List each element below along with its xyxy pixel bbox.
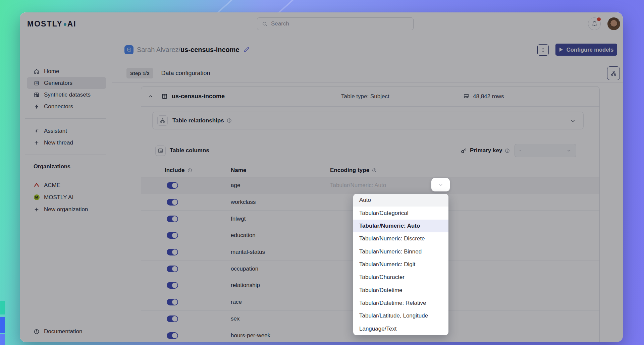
dropdown-option[interactable]: Tabular/Datetime: Relative [353,297,448,309]
edge-decoration [0,334,5,345]
chevron-down-icon [438,182,444,188]
edge-decoration [0,317,5,333]
dropdown-option[interactable]: Language/Text [353,323,448,335]
modal-backdrop[interactable] [20,12,623,342]
dropdown-option[interactable]: Auto [353,194,448,207]
dropdown-option[interactable]: Tabular/Character [353,271,448,284]
dropdown-option[interactable]: Tabular/Numeric: Binned [353,245,448,258]
dropdown-option[interactable]: Tabular/Numeric: Digit [353,258,448,271]
dropdown-option[interactable]: Tabular/Datetime [353,284,448,297]
edge-decoration [0,301,5,314]
dropdown-option[interactable]: Tabular/Numeric: Discrete [353,232,448,245]
encoding-type-dropdown: Auto Tabular/Categorical Tabular/Numeric… [353,194,448,335]
encoding-select-trigger[interactable] [431,178,450,191]
dropdown-option[interactable]: Tabular/Latitude, Longitude [353,309,448,322]
dropdown-option[interactable]: Tabular/Numeric: Auto [353,220,448,232]
dropdown-option[interactable]: Tabular/Categorical [353,207,448,219]
app-window: MOSTLYAI Home AI Generators Synth [20,12,623,342]
